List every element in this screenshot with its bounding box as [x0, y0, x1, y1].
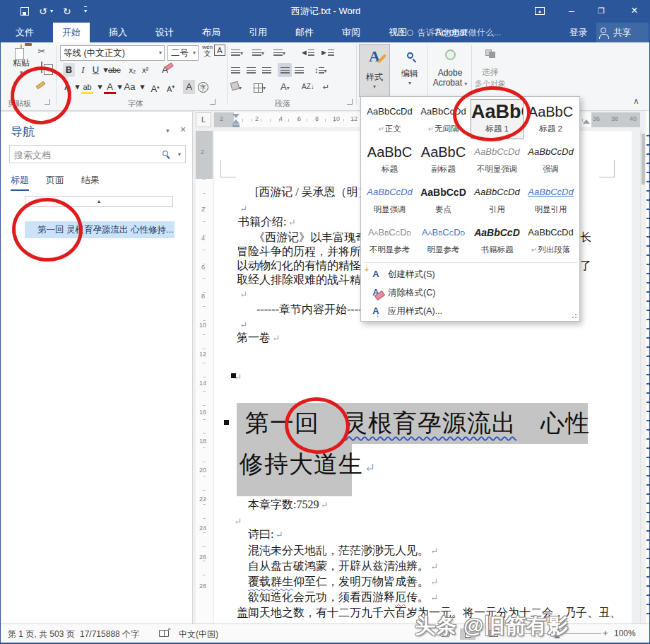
- tab-引用[interactable]: 引用: [240, 23, 276, 42]
- paragraph-dialog-launcher-icon[interactable]: [347, 99, 353, 105]
- shrink-font-icon[interactable]: A▾: [165, 80, 177, 94]
- asian-layout-icon[interactable]: A▾: [280, 80, 290, 94]
- document-line[interactable]: 第一卷↵: [237, 331, 280, 346]
- document-line[interactable]: 以动物幻化的有情的精怪生: [237, 259, 372, 274]
- search-input[interactable]: 搜索文档 ▾: [9, 145, 186, 163]
- zoom-level[interactable]: 100%: [614, 628, 636, 638]
- tab-Acrobat[interactable]: Acrobat: [426, 23, 476, 42]
- strikethrough-button[interactable]: abc: [108, 63, 121, 77]
- tab-文件[interactable]: 文件: [6, 23, 43, 42]
- tab-设计[interactable]: 设计: [146, 23, 183, 42]
- document-line[interactable]: ------章节内容开始------: [256, 303, 370, 317]
- font-dialog-launcher-icon[interactable]: [210, 99, 215, 105]
- nav-tab-标题[interactable]: 标题: [11, 174, 29, 191]
- style-card-明显参考[interactable]: AaBbCcDd明显参考: [417, 220, 470, 260]
- enclose-characters-icon[interactable]: 字: [197, 80, 209, 94]
- increase-indent-icon[interactable]: ►: [320, 45, 334, 59]
- superscript-button[interactable]: x²: [139, 63, 151, 77]
- document-line[interactable]: 覆载群生仰至仁，发明万物皆成善。↵: [248, 575, 438, 590]
- page-indicator[interactable]: 第 1 页, 共 503 页: [8, 628, 75, 640]
- vertical-ruler[interactable]: 2246810121416182022242628: [196, 131, 213, 623]
- left-indent-marker[interactable]: [232, 124, 240, 127]
- language-indicator[interactable]: 中文(中国): [179, 628, 218, 640]
- align-left-icon[interactable]: [231, 63, 240, 77]
- tab-selector[interactable]: L: [196, 112, 211, 127]
- style-card-标题[interactable]: AaBbC标题: [363, 139, 416, 180]
- character-border-icon[interactable]: A: [214, 45, 225, 56]
- borders-icon[interactable]: ▾: [254, 80, 266, 94]
- style-card-引用[interactable]: AaBbCcDd引用: [471, 180, 524, 220]
- numbering-icon[interactable]: ▾: [252, 45, 264, 59]
- document-line[interactable]: ↵: [238, 318, 247, 331]
- tab-视图[interactable]: 视图: [379, 23, 416, 42]
- style-card-不明显强调[interactable]: AaBbCcDd不明显强调: [471, 139, 524, 180]
- document-line[interactable]: ↵: [238, 288, 247, 300]
- style-card-明显强调[interactable]: AaBbCcDd明显强调: [363, 180, 416, 220]
- close-button[interactable]: ×: [621, 0, 648, 23]
- sign-in-link[interactable]: 登录: [569, 23, 587, 42]
- tab-布局[interactable]: 布局: [193, 23, 230, 42]
- show-marks-icon[interactable]: ↵: [323, 80, 329, 94]
- search-dropdown-icon[interactable]: ▾: [178, 151, 181, 158]
- grow-font-icon[interactable]: A▴: [149, 80, 161, 94]
- justify-icon[interactable]: [278, 63, 292, 77]
- adobe-acrobat-button[interactable]: Adobe Acrobat ▾: [430, 44, 470, 97]
- menu-item-应用样式(A)...[interactable]: A应用样式(A)...: [361, 302, 581, 320]
- style-card-列出段落[interactable]: AaBbCcDd↵列出段落: [524, 220, 577, 260]
- text-highlight-icon[interactable]: ab: [81, 80, 93, 94]
- clear-formatting-icon[interactable]: A: [159, 63, 171, 77]
- ribbon-display-options-icon[interactable]: ▴: [535, 7, 545, 15]
- document-line[interactable]: 自从盘古破鸿蒙，开辟从兹清浊辨。↵: [248, 559, 438, 574]
- style-card-书籍标题[interactable]: AaBbCcD书籍标题: [471, 220, 524, 260]
- scrollbar-thumb[interactable]: [642, 134, 645, 185]
- resize-grip-icon[interactable]: [572, 313, 577, 319]
- zoom-in-button[interactable]: +: [603, 628, 608, 638]
- change-case-icon[interactable]: Aa: [124, 80, 136, 94]
- italic-button[interactable]: I: [77, 63, 89, 77]
- tab-开始[interactable]: 开始: [53, 23, 90, 42]
- document-line[interactable]: ↵: [232, 515, 242, 527]
- tab-邮件[interactable]: 邮件: [286, 23, 323, 42]
- pinyin-guide-icon[interactable]: wén文: [201, 44, 213, 58]
- distribute-icon[interactable]: [295, 63, 304, 77]
- multilevel-list-icon[interactable]: ▾: [273, 45, 285, 59]
- editing-button[interactable]: 编辑 ▾: [395, 44, 425, 97]
- align-right-icon[interactable]: [262, 63, 271, 77]
- decrease-indent-icon[interactable]: ◄: [300, 45, 314, 59]
- share-button[interactable]: 共享: [596, 23, 649, 42]
- document-line[interactable]: 书籍介绍:↵: [238, 215, 295, 230]
- document-line[interactable]: ↵: [238, 202, 247, 215]
- subscript-button[interactable]: x₂: [126, 63, 138, 77]
- menu-item-清除格式(C)[interactable]: A清除格式(C): [361, 283, 581, 302]
- right-indent-marker[interactable]: [583, 119, 590, 124]
- search-icon[interactable]: [162, 151, 168, 156]
- character-shading-icon[interactable]: A: [183, 80, 195, 94]
- style-card-不明显参考[interactable]: AaBbCcDd不明显参考: [363, 220, 416, 260]
- tab-审阅[interactable]: 审阅: [333, 23, 370, 42]
- document-line[interactable]: 《西游记》以丰富瑰奇的: [254, 230, 378, 245]
- nav-tab-页面[interactable]: 页面: [46, 174, 64, 189]
- document-line[interactable]: ↵: [232, 370, 242, 383]
- proofing-status-icon[interactable]: [159, 630, 169, 637]
- nav-close-icon[interactable]: ×: [180, 124, 186, 135]
- restore-button[interactable]: ❐: [589, 0, 614, 23]
- style-card-明显引用[interactable]: AaBbCcDd明显引用: [524, 180, 577, 220]
- word-count[interactable]: 17/715888 个字: [80, 628, 139, 640]
- tab-插入[interactable]: 插入: [100, 23, 136, 42]
- style-card-副标题[interactable]: AaBbC副标题: [417, 139, 470, 180]
- vertical-scrollbar[interactable]: [640, 131, 645, 623]
- first-line-indent-marker[interactable]: [232, 114, 240, 118]
- nav-options-dropdown-icon[interactable]: ▾: [166, 127, 170, 134]
- sort-icon[interactable]: AZ↓: [302, 80, 314, 94]
- shading-icon[interactable]: ▾: [231, 80, 242, 94]
- menu-item-创建样式(S)[interactable]: A创建样式(S): [361, 265, 581, 283]
- cut-icon[interactable]: ✂: [35, 45, 49, 58]
- bold-button[interactable]: B: [63, 63, 75, 77]
- collapse-ribbon-icon[interactable]: ∧: [633, 96, 639, 106]
- styles-button[interactable]: A 样式 ▾: [359, 44, 390, 97]
- document-line[interactable]: 混沌未分天地乱，茫茫渺渺无人见。↵: [248, 544, 438, 558]
- document-line[interactable]: 欲知造化会元功，须看西游释厄传。↵: [248, 590, 438, 605]
- style-card-标题 2[interactable]: AaBbC标题 2: [524, 99, 577, 139]
- font-name-select[interactable]: 等线 (中文正文)▾: [60, 45, 165, 61]
- change-case-dropdown-icon[interactable]: ▾: [136, 80, 148, 94]
